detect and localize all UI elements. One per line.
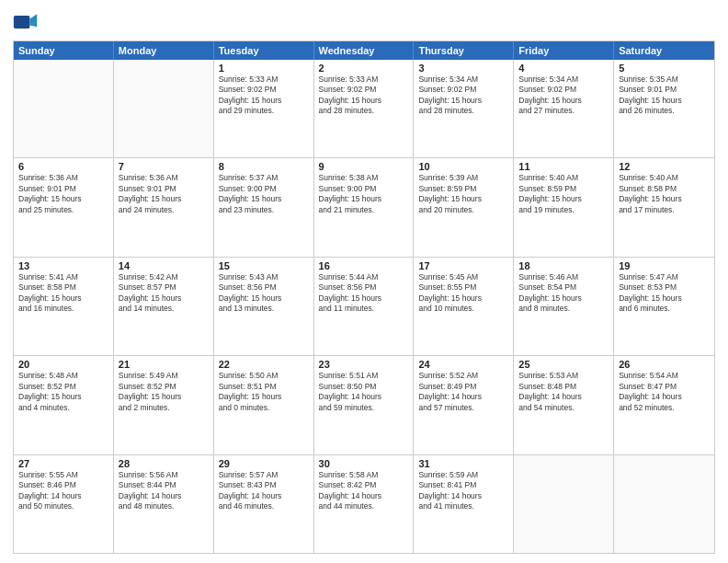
day-number: 30 <box>319 458 409 469</box>
cell-info-line: Daylight: 14 hours <box>418 392 508 402</box>
calendar: SundayMondayTuesdayWednesdayThursdayFrid… <box>13 40 715 554</box>
header-day-sunday: Sunday <box>14 41 114 60</box>
cell-info-line: Sunset: 9:00 PM <box>219 184 309 194</box>
day-cell-1: 1Sunrise: 5:33 AMSunset: 9:02 PMDaylight… <box>214 60 314 157</box>
day-cell-10: 10Sunrise: 5:39 AMSunset: 8:59 PMDayligh… <box>414 158 514 256</box>
cell-info-line: Sunset: 8:56 PM <box>319 282 409 293</box>
cell-info-line: Sunset: 8:42 PM <box>319 480 409 490</box>
logo-icon <box>13 9 39 35</box>
cell-info-line: Sunset: 9:01 PM <box>119 184 209 194</box>
cell-info-line: Sunset: 8:52 PM <box>119 382 209 392</box>
day-cell-15: 15Sunrise: 5:43 AMSunset: 8:56 PMDayligh… <box>214 258 314 355</box>
cell-info-line: Sunset: 8:48 PM <box>518 382 609 392</box>
day-cell-23: 23Sunrise: 5:51 AMSunset: 8:50 PMDayligh… <box>314 356 415 454</box>
cell-info-line: and 17 minutes. <box>619 205 710 215</box>
cell-info-line: Sunrise: 5:49 AM <box>119 371 209 381</box>
day-cell-16: 16Sunrise: 5:44 AMSunset: 8:56 PMDayligh… <box>314 258 415 355</box>
cell-info-line: Sunrise: 5:34 AM <box>418 75 508 85</box>
cell-info-line: Sunrise: 5:52 AM <box>418 371 508 381</box>
day-cell-empty <box>514 455 614 553</box>
day-cell-24: 24Sunrise: 5:52 AMSunset: 8:49 PMDayligh… <box>414 356 514 454</box>
day-cell-21: 21Sunrise: 5:49 AMSunset: 8:52 PMDayligh… <box>114 356 214 454</box>
day-cell-empty <box>14 60 114 157</box>
cell-info-line: Sunrise: 5:41 AM <box>18 272 108 282</box>
cell-info-line: Daylight: 15 hours <box>418 96 508 106</box>
day-number: 10 <box>418 161 508 172</box>
cell-info-line: Daylight: 14 hours <box>518 392 609 402</box>
cell-info-line: Daylight: 15 hours <box>119 293 209 304</box>
cell-info-line: Sunrise: 5:57 AM <box>219 470 309 480</box>
day-cell-31: 31Sunrise: 5:59 AMSunset: 8:41 PMDayligh… <box>414 455 514 553</box>
day-cell-2: 2Sunrise: 5:33 AMSunset: 9:02 PMDaylight… <box>314 60 415 157</box>
cell-info-line: Daylight: 15 hours <box>119 194 209 204</box>
cell-info-line: Daylight: 15 hours <box>619 293 710 304</box>
week-row-4: 20Sunrise: 5:48 AMSunset: 8:52 PMDayligh… <box>14 356 714 454</box>
day-cell-28: 28Sunrise: 5:56 AMSunset: 8:44 PMDayligh… <box>114 455 214 553</box>
cell-info-line: and 14 minutes. <box>119 304 209 314</box>
day-cell-19: 19Sunrise: 5:47 AMSunset: 8:53 PMDayligh… <box>614 258 714 355</box>
week-row-3: 13Sunrise: 5:41 AMSunset: 8:58 PMDayligh… <box>14 258 714 356</box>
cell-info-line: and 57 minutes. <box>418 403 508 413</box>
cell-info-line: Sunrise: 5:42 AM <box>119 272 209 282</box>
day-cell-7: 7Sunrise: 5:36 AMSunset: 9:01 PMDaylight… <box>114 158 214 256</box>
cell-info-line: Sunrise: 5:44 AM <box>319 272 409 282</box>
cell-info-line: Daylight: 14 hours <box>219 491 309 501</box>
day-number: 27 <box>18 458 108 469</box>
day-number: 28 <box>119 458 209 469</box>
cell-info-line: Sunset: 9:00 PM <box>319 184 409 194</box>
day-cell-6: 6Sunrise: 5:36 AMSunset: 9:01 PMDaylight… <box>14 158 114 256</box>
cell-info-line: and 46 minutes. <box>219 501 309 511</box>
day-number: 22 <box>219 359 309 370</box>
cell-info-line: Sunset: 9:01 PM <box>619 85 710 95</box>
cell-info-line: and 25 minutes. <box>18 205 108 215</box>
cell-info-line: Sunrise: 5:43 AM <box>219 272 309 282</box>
day-cell-27: 27Sunrise: 5:55 AMSunset: 8:46 PMDayligh… <box>14 455 114 553</box>
day-number: 21 <box>119 359 209 370</box>
cell-info-line: Sunset: 8:50 PM <box>319 382 409 392</box>
cell-info-line: and 11 minutes. <box>319 304 409 314</box>
cell-info-line: and 52 minutes. <box>619 403 710 413</box>
cell-info-line: Sunrise: 5:50 AM <box>219 371 309 381</box>
cell-info-line: Daylight: 15 hours <box>18 392 108 402</box>
cell-info-line: Daylight: 15 hours <box>418 194 508 204</box>
day-cell-18: 18Sunrise: 5:46 AMSunset: 8:54 PMDayligh… <box>514 258 614 355</box>
day-cell-empty <box>614 455 714 553</box>
day-number: 5 <box>619 63 710 74</box>
cell-info-line: Daylight: 15 hours <box>18 293 108 304</box>
day-number: 17 <box>418 260 508 271</box>
cell-info-line: Daylight: 15 hours <box>319 96 409 106</box>
cell-info-line: and 13 minutes. <box>219 304 309 314</box>
cell-info-line: Sunset: 8:53 PM <box>619 282 710 293</box>
cell-info-line: Sunset: 8:59 PM <box>418 184 508 194</box>
cell-info-line: Daylight: 14 hours <box>18 491 108 501</box>
cell-info-line: Sunset: 8:58 PM <box>18 282 108 293</box>
week-row-5: 27Sunrise: 5:55 AMSunset: 8:46 PMDayligh… <box>14 455 714 553</box>
cell-info-line: and 19 minutes. <box>518 205 609 215</box>
cell-info-line: Daylight: 15 hours <box>518 96 609 106</box>
cell-info-line: Sunrise: 5:33 AM <box>319 75 409 85</box>
cell-info-line: Sunrise: 5:35 AM <box>619 75 710 85</box>
day-cell-13: 13Sunrise: 5:41 AMSunset: 8:58 PMDayligh… <box>14 258 114 355</box>
cell-info-line: and 2 minutes. <box>119 403 209 413</box>
day-number: 18 <box>518 260 609 271</box>
day-number: 9 <box>319 161 409 172</box>
cell-info-line: Sunset: 8:55 PM <box>418 282 508 293</box>
cell-info-line: and 10 minutes. <box>418 304 508 314</box>
calendar-body: 1Sunrise: 5:33 AMSunset: 9:02 PMDaylight… <box>14 60 714 553</box>
day-number: 2 <box>319 63 409 74</box>
cell-info-line: and 20 minutes. <box>418 205 508 215</box>
day-cell-20: 20Sunrise: 5:48 AMSunset: 8:52 PMDayligh… <box>14 356 114 454</box>
day-cell-22: 22Sunrise: 5:50 AMSunset: 8:51 PMDayligh… <box>214 356 314 454</box>
cell-info-line: and 24 minutes. <box>119 205 209 215</box>
cell-info-line: Daylight: 15 hours <box>219 96 309 106</box>
day-cell-5: 5Sunrise: 5:35 AMSunset: 9:01 PMDaylight… <box>614 60 714 157</box>
day-number: 15 <box>219 260 309 271</box>
cell-info-line: Sunrise: 5:59 AM <box>418 470 508 480</box>
day-number: 7 <box>119 161 209 172</box>
cell-info-line: Sunset: 8:43 PM <box>219 480 309 490</box>
cell-info-line: Sunrise: 5:48 AM <box>18 371 108 381</box>
day-cell-3: 3Sunrise: 5:34 AMSunset: 9:02 PMDaylight… <box>414 60 514 157</box>
cell-info-line: Sunrise: 5:53 AM <box>518 371 609 381</box>
day-cell-29: 29Sunrise: 5:57 AMSunset: 8:43 PMDayligh… <box>214 455 314 553</box>
cell-info-line: Daylight: 15 hours <box>518 194 609 204</box>
